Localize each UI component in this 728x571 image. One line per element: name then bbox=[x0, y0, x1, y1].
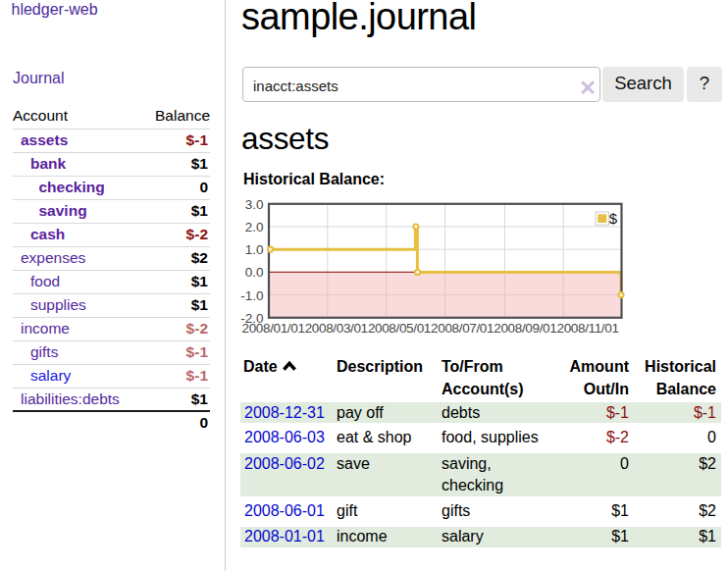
svg-text:2008/01/01: 2008/01/01 bbox=[242, 321, 305, 336]
svg-text:2008/09/01: 2008/09/01 bbox=[494, 321, 556, 336]
svg-text:0.0: 0.0 bbox=[245, 265, 264, 280]
svg-text:2008/07/01: 2008/07/01 bbox=[431, 321, 494, 336]
svg-text:3.0: 3.0 bbox=[245, 197, 264, 212]
svg-text:1.0: 1.0 bbox=[245, 242, 264, 257]
svg-text:2008/05/01: 2008/05/01 bbox=[368, 321, 431, 336]
svg-text:2.0: 2.0 bbox=[245, 220, 264, 234]
svg-text:2008/11/01: 2008/11/01 bbox=[557, 321, 619, 336]
svg-text:2008/03/01: 2008/03/01 bbox=[305, 321, 368, 336]
svg-text:-1.0: -1.0 bbox=[240, 288, 263, 303]
svg-text:$: $ bbox=[609, 210, 618, 227]
